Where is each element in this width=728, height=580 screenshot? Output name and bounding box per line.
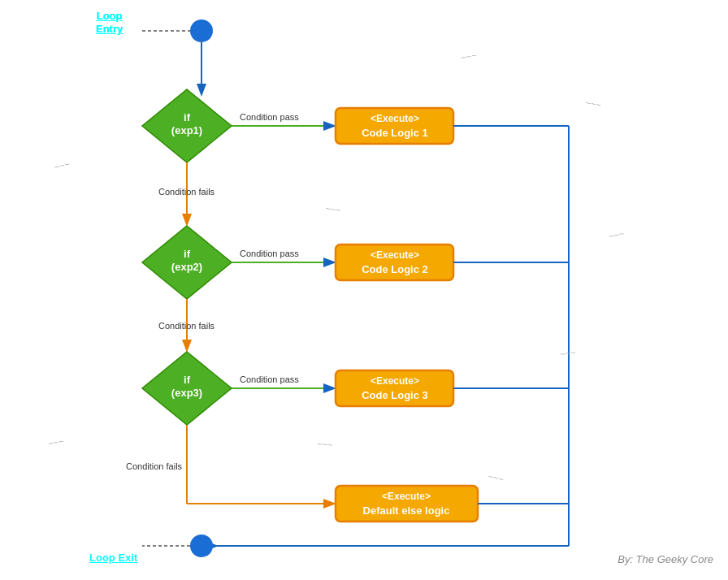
deco6: ~~~ bbox=[47, 436, 64, 448]
default-logic-text1: <Execute> bbox=[382, 491, 431, 502]
exp3-pass-label: Condition pass bbox=[240, 374, 299, 384]
diamond-exp3-text2: (exp3) bbox=[171, 387, 202, 399]
code-logic2-text1: <Execute> bbox=[370, 249, 419, 261]
default-logic-text2: Default else logic bbox=[363, 504, 450, 517]
deco5: ~~~ bbox=[608, 228, 625, 241]
deco2: ~~~ bbox=[585, 97, 602, 110]
diamond-exp1-text2: (exp1) bbox=[171, 124, 202, 136]
loop-entry-label: LoopEntry bbox=[96, 10, 123, 35]
deco1: ~~~ bbox=[460, 50, 477, 63]
diagram-svg: if (exp1) Condition pass <Execute> Code … bbox=[0, 0, 728, 580]
loop-exit-label: Loop Exit bbox=[89, 552, 137, 564]
exp1-pass-label: Condition pass bbox=[240, 112, 299, 122]
diamond-exp2-text2: (exp2) bbox=[171, 261, 202, 273]
deco9: ~~~ bbox=[488, 471, 505, 484]
exit-circle bbox=[190, 535, 213, 557]
code-logic3-text1: <Execute> bbox=[370, 375, 419, 387]
diamond-exp1-text1: if bbox=[184, 111, 191, 123]
exp3-fail-label: Condition fails bbox=[126, 461, 183, 471]
exp1-fail-label: Condition fails bbox=[158, 187, 215, 197]
entry-circle bbox=[190, 19, 213, 42]
deco8: ~~~ bbox=[560, 347, 577, 359]
exp2-fail-label: Condition fails bbox=[158, 321, 215, 331]
code-logic2-text2: Code Logic 2 bbox=[362, 263, 428, 275]
deco3: ~~~ bbox=[53, 158, 71, 172]
code-logic3-text2: Code Logic 3 bbox=[362, 389, 428, 401]
watermark: By: The Geeky Core bbox=[618, 553, 713, 565]
exp2-pass-label: Condition pass bbox=[240, 249, 299, 258]
deco4: ~~~ bbox=[325, 203, 342, 215]
diagram-container: LoopEntry if (exp1) Condition pass bbox=[0, 0, 728, 580]
diamond-exp2-text1: if bbox=[184, 248, 191, 260]
code-logic1-text1: <Execute> bbox=[370, 113, 419, 124]
deco7: ~~~ bbox=[317, 439, 333, 450]
diamond-exp3-text1: if bbox=[184, 374, 191, 386]
code-logic1-text2: Code Logic 1 bbox=[362, 127, 428, 139]
